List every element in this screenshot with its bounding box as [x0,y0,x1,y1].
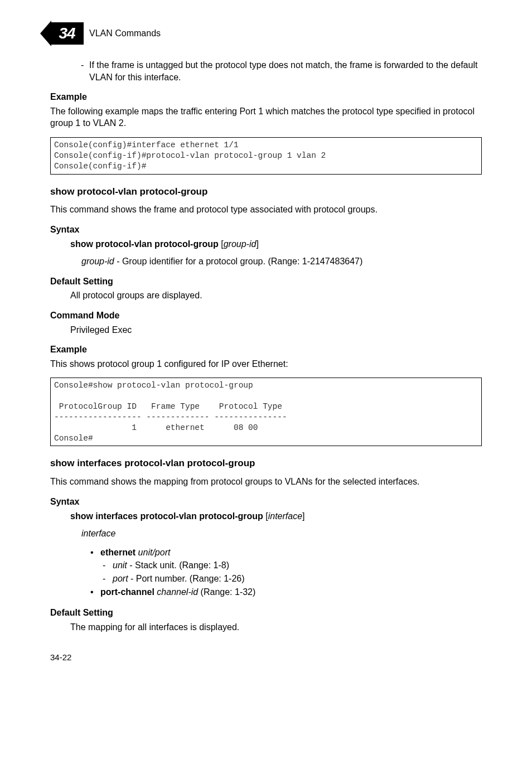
sec2-option-list: • ethernet unit/port - unit - Stack unit… [50,546,482,598]
bullet-icon: • [90,546,94,559]
example1-heading: Example [50,91,482,103]
bullet-icon: • [90,586,94,598]
sec1-example-heading: Example [50,344,482,356]
bracket-close: ] [256,239,258,249]
sec1-syntax-heading: Syntax [50,224,482,236]
sec1-code: Console#show protocol-vlan protocol-grou… [50,378,482,446]
dash-icon: - [103,559,105,572]
sec2-interface-label: interface [50,528,482,540]
sec2-eth-line: • ethernet unit/port [100,546,482,559]
unit-desc: - Stack unit. (Range: 1-8) [127,560,229,570]
sec2-unit-line: - unit - Stack unit. (Range: 1-8) [100,559,482,572]
sec1-syntax-cmd: show protocol-vlan protocol-group [70,239,219,249]
sec1-arg-label: group-id [81,257,114,266]
sec1-title: show protocol-vlan protocol-group [50,186,482,199]
sec2-default-text: The mapping for all interfaces is displa… [50,621,482,633]
intro-bullet-text: If the frame is untagged but the protoco… [89,60,477,82]
sec2-syntax-heading: Syntax [50,496,482,508]
sec2-pc-line: • port-channel channel-id (Range: 1-32) [100,586,482,598]
intro-bullet: - If the frame is untagged but the proto… [50,59,482,83]
chapter-badge: 34 [50,22,84,45]
port-label: port [113,574,128,583]
pc-desc: (Range: 1-32) [198,587,255,597]
chapter-number: 34 [59,23,75,44]
sec1-default-text: All protocol groups are displayed. [50,289,482,302]
port-desc: - Port number. (Range: 1-26) [128,574,245,583]
sec1-desc: This command shows the frame and protoco… [50,204,482,216]
sec2-title: show interfaces protocol-vlan protocol-g… [50,457,482,470]
eth-arg1: unit [138,548,153,557]
sec1-arg-desc: - Group identifier for a protocol group.… [114,257,363,266]
sec2-port-line: - port - Port number. (Range: 1-26) [100,573,482,585]
example1-code: Console(config)#interface ethernet 1/1 C… [50,137,482,175]
sec1-mode-text: Privileged Exec [50,324,482,336]
sec1-example-text: This shows protocol group 1 configured f… [50,358,482,370]
sec1-syntax-arg: group-id [224,239,257,249]
unit-label: unit [113,560,127,570]
sec1-mode-heading: Command Mode [50,309,482,322]
sec2-syntax-line: show interfaces protocol-vlan protocol-g… [50,510,482,523]
example1-text: The following example maps the traffic e… [50,105,482,129]
sec2-syntax-arg: interface [268,511,302,521]
dash-icon: - [81,59,84,71]
page-header: 34 VLAN Commands [50,22,482,45]
sec2-syntax-cmd: show interfaces protocol-vlan protocol-g… [70,511,263,521]
pc-arg: channel-id [157,587,198,597]
sec1-default-heading: Default Setting [50,275,482,288]
chapter-title: VLAN Commands [89,27,161,40]
sec1-syntax-argdesc: group-id - Group identifier for a protoc… [50,255,482,268]
page-number: 34-22 [50,652,482,663]
pc-label: port-channel [100,587,154,597]
eth-arg2: port [155,548,171,557]
sec2-desc: This command shows the mapping from prot… [50,476,482,488]
sec2-default-heading: Default Setting [50,607,482,619]
dash-icon: - [103,573,105,585]
bracket-close2: ] [302,511,304,521]
sec1-syntax-line: show protocol-vlan protocol-group [group… [50,238,482,250]
eth-label: ethernet [100,548,136,557]
